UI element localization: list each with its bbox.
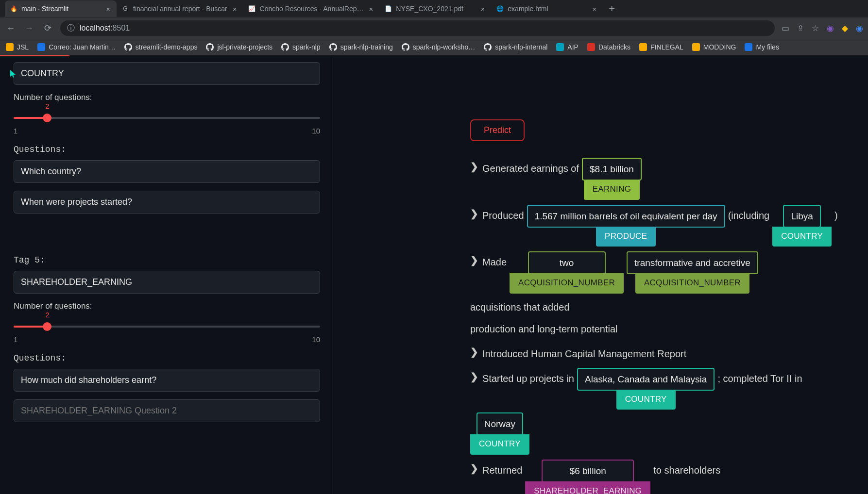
- question-2-input[interactable]: [14, 191, 320, 214]
- folder-icon: [6, 43, 14, 51]
- reload-button[interactable]: ⟳: [42, 23, 53, 33]
- bookmark-spark-nlp-training[interactable]: spark-nlp-training: [329, 43, 393, 51]
- bookmark-jsl[interactable]: JSL: [6, 43, 29, 51]
- bookmark-spark-nlp-internal[interactable]: spark-nlp-internal: [484, 43, 547, 51]
- entity-label: SHAREHOLDER_EARNING: [525, 481, 650, 494]
- result-line-3-cont: production and long-term potential: [470, 318, 849, 338]
- bookmark-finlegal[interactable]: FINLEGAL: [639, 43, 683, 51]
- bookmark-aip[interactable]: AIP: [556, 43, 579, 51]
- bookmark-label: MODDING: [703, 43, 736, 51]
- question-2-input-2[interactable]: [14, 399, 320, 422]
- slider-thumb[interactable]: [43, 322, 51, 331]
- question-1-input[interactable]: [14, 160, 320, 183]
- entity-label: ACQUISITION_NUMBER: [510, 273, 624, 293]
- text-token: (including: [728, 205, 770, 225]
- entity-text: Norway: [477, 412, 523, 435]
- text-token: acquisitions that added: [470, 296, 570, 316]
- extension-icon[interactable]: ◆: [842, 23, 848, 33]
- num-questions-slider[interactable]: 2 1 10: [14, 111, 320, 135]
- site-info-icon[interactable]: ⓘ: [67, 23, 75, 33]
- mail-icon: [37, 43, 45, 51]
- questions-label: Questions:: [14, 145, 320, 154]
- favicon-html-icon: 🌐: [496, 5, 504, 13]
- bookmark-label: spark-nlp-internal: [495, 43, 547, 51]
- close-icon[interactable]: ×: [368, 5, 375, 13]
- tag-input-shareholder[interactable]: [14, 271, 320, 294]
- url-input[interactable]: ⓘ localhost:8501: [60, 20, 775, 36]
- forward-button[interactable]: →: [23, 23, 35, 33]
- tab-example[interactable]: 🌐 example.html ×: [491, 0, 603, 17]
- bullet-icon: ❯: [470, 158, 478, 176]
- tab-title: example.html: [508, 5, 587, 13]
- sidebar: Number of questions: 2 1 10 Questions: T…: [0, 56, 334, 494]
- text-token: Started up projects in: [482, 368, 574, 388]
- tag-input-country[interactable]: [14, 62, 320, 85]
- text-token: ; completed Tor II in: [717, 368, 802, 388]
- close-icon[interactable]: ×: [591, 5, 598, 13]
- bookmark-correo[interactable]: Correo: Juan Martin…: [37, 43, 116, 51]
- tab-pdf[interactable]: 📄 NYSE_CXO_2021.pdf ×: [379, 0, 491, 17]
- bookmark-label: spark-nlp-worksho…: [413, 43, 475, 51]
- entity-text: transformative and accretive: [627, 251, 758, 274]
- slider-thumb[interactable]: [43, 114, 51, 122]
- entity-label: PRODUCE: [596, 227, 656, 247]
- video-icon[interactable]: ▭: [782, 23, 789, 33]
- favicon-pdf-icon: 📄: [384, 5, 392, 13]
- predict-button[interactable]: Predict: [470, 119, 525, 141]
- github-icon: [206, 43, 214, 51]
- tab-streamlit[interactable]: 🔥 main · Streamlit ×: [5, 0, 117, 17]
- favicon-streamlit-icon: 🔥: [10, 5, 17, 13]
- tag-5-label: Tag 5:: [14, 255, 320, 265]
- questions-label-2: Questions:: [14, 353, 320, 363]
- entity-produce: 1.567 million barrels of oil equivalent …: [527, 205, 725, 247]
- close-icon[interactable]: ×: [479, 5, 487, 13]
- tab-concho[interactable]: 📈 Concho Resources - AnnualRep… ×: [243, 0, 380, 17]
- entity-country: Alaska, Canada and Malaysia COUNTRY: [577, 368, 715, 410]
- close-icon[interactable]: ×: [231, 5, 238, 13]
- entity-text: $6 billion: [542, 460, 634, 482]
- bookmark-label: Correo: Juan Martin…: [49, 43, 116, 51]
- databricks-icon: [587, 43, 595, 51]
- result-line-2: ❯ Produced 1.567 million barrels of oil …: [470, 205, 849, 247]
- app-icon: [556, 43, 564, 51]
- bullet-icon: ❯: [470, 460, 478, 478]
- bullet-icon: ❯: [470, 251, 478, 269]
- bookmark-streamlit-demo[interactable]: streamlit-demo-apps: [124, 43, 198, 51]
- github-icon: [124, 43, 132, 51]
- bookmark-databricks[interactable]: Databricks: [587, 43, 630, 51]
- url-path: :8501: [110, 24, 130, 32]
- extension-icon[interactable]: ◉: [827, 23, 834, 33]
- bookmark-spark-nlp-workshop[interactable]: spark-nlp-worksho…: [402, 43, 475, 51]
- share-icon[interactable]: ⇪: [797, 23, 804, 33]
- result-line-1: ❯ Generated earnings of $8.1 billion EAR…: [470, 158, 849, 200]
- bookmark-label: streamlit-demo-apps: [136, 43, 198, 51]
- tab-title: Concho Resources - AnnualRep…: [260, 5, 364, 13]
- question-1-input-2[interactable]: [14, 369, 320, 392]
- num-questions-slider-2[interactable]: 2 1 10: [14, 320, 320, 344]
- bookmark-modding[interactable]: MODDING: [692, 43, 736, 51]
- bullet-icon: ❯: [470, 205, 478, 223]
- bookmark-label: spark-nlp: [292, 43, 321, 51]
- entity-label: COUNTRY: [616, 390, 676, 410]
- tab-title: financial annual report - Buscar: [133, 5, 227, 13]
- close-icon[interactable]: ×: [104, 5, 112, 13]
- main-panel: Predict ❯ Generated earnings of $8.1 bil…: [334, 56, 868, 494]
- new-tab-button[interactable]: +: [603, 2, 621, 15]
- back-button[interactable]: ←: [5, 23, 17, 33]
- bookmark-myfiles[interactable]: My files: [745, 43, 779, 51]
- entity-acq-number: two ACQUISITION_NUMBER: [510, 251, 624, 294]
- star-icon[interactable]: ☆: [812, 23, 819, 33]
- tab-search[interactable]: G financial annual report - Buscar ×: [117, 0, 243, 17]
- slider-max: 10: [312, 335, 320, 344]
- github-icon: [329, 43, 337, 51]
- entity-shareholder-earning: $6 billion SHAREHOLDER_EARNING: [525, 460, 650, 494]
- github-icon: [484, 43, 492, 51]
- bookmark-jsl-private[interactable]: jsl-private-projects: [206, 43, 272, 51]
- bookmark-label: Databricks: [598, 43, 630, 51]
- text-token: Made: [482, 251, 507, 271]
- result-line-3: ❯ Made two ACQUISITION_NUMBER transforma…: [470, 251, 849, 316]
- entity-earning: $8.1 billion EARNING: [582, 158, 642, 200]
- bookmark-spark-nlp[interactable]: spark-nlp: [281, 43, 321, 51]
- num-questions-label-2: Number of questions:: [14, 301, 320, 311]
- extension-icon[interactable]: ◉: [856, 23, 863, 33]
